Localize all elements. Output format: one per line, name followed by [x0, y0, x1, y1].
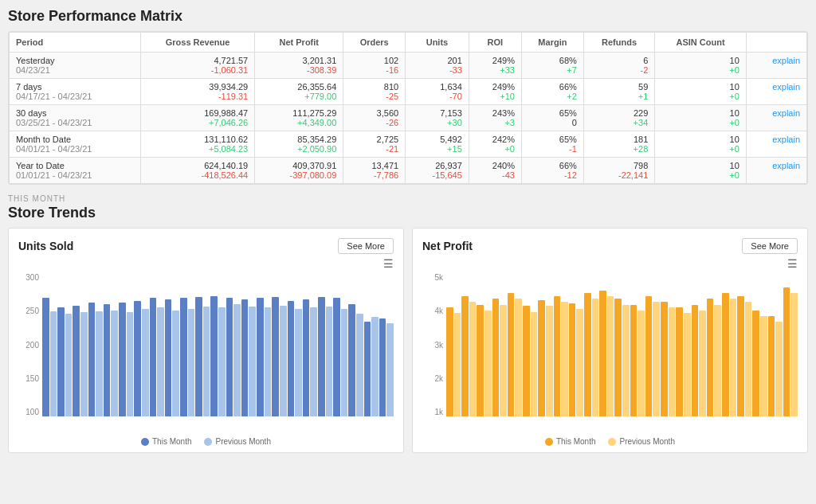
explain-link[interactable]: explain [772, 82, 800, 92]
orders-value: 810 [350, 82, 398, 92]
bar-pair [57, 307, 72, 416]
cell-net: 85,354.29 +2,050.90 [255, 131, 343, 158]
bar-this-month [333, 298, 340, 416]
units-change: +30 [412, 118, 462, 127]
bar-prev-month [561, 302, 568, 416]
bar-prev-month [531, 312, 538, 416]
bar-pair [272, 297, 286, 416]
asin-value: 10 [661, 161, 740, 170]
units-menu-icon[interactable]: ☰ [18, 257, 394, 270]
refunds-value: 181 [590, 135, 648, 144]
bar-prev-month [730, 299, 737, 416]
units-chart-card: Units Sold See More ☰ 300250200150100 Th… [8, 228, 404, 453]
units-chart-header: Units Sold See More [18, 238, 394, 254]
bar-prev-month [341, 309, 348, 416]
bar-this-month [676, 307, 683, 416]
bar-prev-month [622, 305, 630, 416]
y-axis-label: 3k [434, 341, 443, 350]
bar-prev-month [454, 313, 461, 416]
net-change: -308.39 [261, 65, 336, 75]
y-axis-label: 250 [26, 307, 39, 315]
gross-value: 4,721.57 [147, 56, 248, 65]
units-chart-area: 300250200150100 [18, 273, 394, 432]
bar-this-month [614, 299, 622, 416]
charts-row: Units Sold See More ☰ 300250200150100 Th… [8, 228, 808, 453]
refunds-value: 229 [590, 108, 648, 118]
gross-change: +5,084.23 [147, 144, 248, 154]
profit-see-more-button[interactable]: See More [742, 238, 798, 254]
net-change: -397,080.09 [261, 170, 336, 180]
bar-this-month [150, 298, 157, 416]
net-value: 409,370.91 [261, 161, 336, 170]
orders-change: -26 [350, 118, 398, 127]
profit-chart-title: Net Profit [422, 240, 473, 252]
cell-explain: explain [746, 158, 806, 184]
refunds-value: 59 [590, 82, 648, 92]
profit-y-axis: 5k4k3k2k1k [422, 273, 446, 416]
asin-value: 10 [661, 56, 740, 65]
cell-asin: 10 +0 [655, 131, 747, 158]
asin-change: +0 [661, 65, 740, 75]
bar-pair [676, 307, 690, 416]
cell-period: 7 days 04/17/21 - 04/23/21 [10, 79, 141, 105]
bar-pair [88, 303, 103, 416]
explain-link[interactable]: explain [772, 108, 800, 118]
margin-value: 66% [528, 82, 577, 92]
units-change: -15,645 [412, 170, 462, 180]
col-units: Units [406, 33, 469, 53]
cell-net: 111,275.29 +4,349.00 [255, 105, 343, 131]
refunds-change: -2 [590, 65, 648, 75]
col-net: Net Profit [255, 33, 343, 53]
units-change: -33 [412, 65, 462, 75]
col-actions [746, 33, 806, 53]
cell-units: 1,634 -70 [406, 79, 469, 105]
bar-this-month [210, 296, 218, 416]
bar-this-month [134, 301, 141, 416]
bar-this-month [288, 301, 295, 416]
bar-pair [722, 293, 736, 416]
table-row: Year to Date 01/01/21 - 04/23/21 624,140… [10, 158, 807, 184]
bar-prev-month [80, 312, 88, 416]
cell-period: 30 days 03/25/21 - 04/23/21 [10, 105, 141, 131]
cell-margin: 65% 0 [521, 105, 583, 131]
bar-pair [257, 298, 271, 416]
bar-pair [461, 296, 476, 416]
col-asin: ASIN Count [655, 33, 747, 53]
bar-pair [303, 299, 317, 416]
net-value: 85,354.29 [261, 135, 336, 144]
bar-prev-month [714, 305, 721, 416]
bar-pair [599, 291, 614, 416]
cell-orders: 3,560 -26 [343, 105, 406, 131]
bar-pair [707, 299, 721, 416]
profit-menu-icon[interactable]: ☰ [422, 257, 798, 270]
cell-refunds: 798 -22,141 [583, 158, 654, 184]
y-axis-label: 1k [434, 408, 443, 416]
bar-prev-month [669, 307, 676, 416]
cell-explain: explain [746, 53, 806, 79]
explain-link[interactable]: explain [772, 135, 800, 144]
asin-change: +0 [661, 144, 740, 154]
orders-change: -21 [350, 144, 398, 154]
page: Store Performance Matrix Period Gross Re… [0, 0, 816, 504]
bar-this-month [645, 296, 653, 416]
explain-link[interactable]: explain [772, 161, 800, 170]
explain-link[interactable]: explain [772, 56, 800, 65]
orders-change: -25 [350, 92, 398, 101]
cell-roi: 242% +0 [469, 131, 521, 158]
bar-pair [584, 293, 598, 416]
bar-prev-month [371, 317, 379, 416]
bar-pair [348, 304, 363, 416]
y-axis-label: 5k [434, 273, 443, 282]
cell-roi: 249% +10 [469, 79, 521, 105]
profit-legend-this-month: This Month [545, 437, 595, 446]
cell-orders: 13,471 -7,786 [343, 158, 406, 184]
margin-value: 66% [528, 161, 577, 170]
bar-this-month [508, 293, 515, 416]
cell-gross: 624,140.19 -418,526.44 [140, 158, 254, 184]
units-value: 5,492 [412, 135, 462, 144]
bar-pair [42, 298, 57, 416]
asin-change: +0 [661, 170, 740, 180]
cell-explain: explain [746, 105, 806, 131]
bar-pair [165, 299, 179, 416]
units-see-more-button[interactable]: See More [338, 238, 394, 254]
